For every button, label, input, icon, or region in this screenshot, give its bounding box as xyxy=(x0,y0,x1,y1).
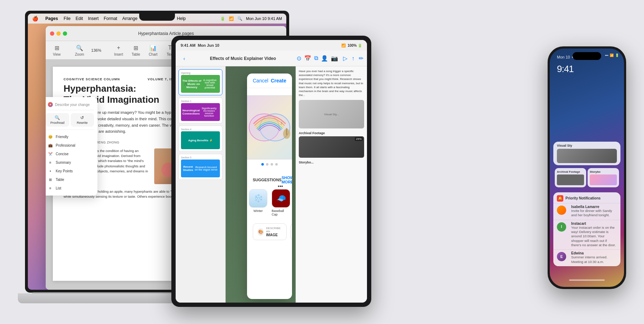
iphone-dynamic-island xyxy=(573,52,601,60)
archival-label: Archival Footage xyxy=(557,170,584,173)
keynote-icon-4[interactable]: 👤 xyxy=(321,55,328,62)
notif-instacart-sender: Instacart xyxy=(571,222,617,226)
wt-main-actions: 🔍 Proofread ↺ Rewrite xyxy=(46,113,94,130)
document-title: Hyperphantasia Article.pages xyxy=(138,31,194,36)
keynote-icon-3[interactable]: ⧉ xyxy=(314,55,318,62)
toolbar-insert[interactable]: + Insert xyxy=(111,44,126,56)
news-archival-widget[interactable]: Archival Footage xyxy=(555,168,586,187)
menu-help[interactable]: Help xyxy=(177,16,186,21)
slide-section-5: Section 5 xyxy=(181,156,220,159)
wt-item-keypoints[interactable]: • Key Points xyxy=(46,167,94,175)
slide-panel: Opening The Effects of 🎵Music on MemoryA… xyxy=(176,66,226,303)
scene: 🍎 Pages File Edit Insert Format Arrange … xyxy=(0,0,644,324)
menu-search-icon[interactable]: 🔍 xyxy=(237,16,242,21)
ipad-battery: 100% 🔋 xyxy=(348,44,362,47)
slide-thumb-section5[interactable]: Section 5 Recent StudiesResearch focused… xyxy=(178,154,222,180)
pages-app-menu[interactable]: Pages xyxy=(45,16,58,21)
iphone-body: Mon 10 ✦ Tiburon ▪▪▪ 📶 🔋 9:41 Visual Sty xyxy=(548,46,626,289)
notif-instacart[interactable]: I Instacart Your Instacart order is on t… xyxy=(553,220,620,250)
wt-proofread-label: Proofread xyxy=(47,121,68,125)
ipad-statusbar: 9:41 AM Mon Jun 10 📶 100% 🔋 xyxy=(176,40,367,51)
iphone: Mon 10 ✦ Tiburon ▪▪▪ 📶 🔋 9:41 Visual Sty xyxy=(548,46,626,289)
summary-icon: ≡ xyxy=(48,160,53,165)
suggestions-title: SUGGESTIONS xyxy=(253,178,282,182)
menu-edit[interactable]: Edit xyxy=(76,16,83,21)
slide-thumb-section4[interactable]: Section 4 Aging Benefits ⚡ xyxy=(178,126,222,152)
wt-professional-label: Professional xyxy=(56,143,75,147)
keynote-toolbar: ‹ Effects of Music Explainer Video ⊙ 📅 ⧉… xyxy=(176,51,367,66)
slide-content-section4: Aging Benefits ⚡ xyxy=(181,131,220,149)
toolbar-zoom[interactable]: 🔍 Zoom xyxy=(72,44,87,56)
keynote-title: Effects of Music Explainer Video xyxy=(191,56,295,61)
wt-proofread-button[interactable]: 🔍 Proofread xyxy=(46,113,69,127)
wt-rewrite-label: Rewrite xyxy=(72,121,93,125)
kn-right-text: Have you ever had a song trigger a speci… xyxy=(299,69,364,97)
iphone-lock-content: Visual Sty Archival Footage Storybo xyxy=(550,49,624,287)
suggestion-winter[interactable]: ❄️ Winter xyxy=(249,189,267,216)
menu-insert[interactable]: Insert xyxy=(88,16,99,21)
keynote-share-button[interactable]: ↑ xyxy=(352,55,354,62)
news-storyboard-widget[interactable]: Storybo xyxy=(588,168,619,187)
img-dialog-header: Cancel ••• Create xyxy=(247,74,292,88)
suggestion-baseball-cap[interactable]: 🧢 Baseball Cap xyxy=(272,189,290,216)
img-dot-2[interactable] xyxy=(266,163,268,166)
home-indicator[interactable] xyxy=(569,279,605,281)
maximize-button[interactable] xyxy=(63,31,67,36)
toolbar-chart[interactable]: 📊 Chart xyxy=(146,44,160,56)
archival-image xyxy=(557,174,584,185)
avatar-edwina: E xyxy=(557,252,566,261)
keynote-edit-button[interactable]: ✏ xyxy=(359,55,363,62)
keynote-main: Opening The Effects of 🎵Music on MemoryA… xyxy=(176,66,367,303)
toolbar-table[interactable]: ⊞ Table xyxy=(129,44,143,56)
wt-rewrite-button[interactable]: ↺ Rewrite xyxy=(71,113,94,127)
toolbar-view[interactable]: ⊞ View xyxy=(50,44,64,56)
wt-item-summary[interactable]: ≡ Summary xyxy=(46,158,94,166)
iphone-screen: Mon 10 ✦ Tiburon ▪▪▪ 📶 🔋 9:41 Visual Sty xyxy=(550,49,624,287)
wt-item-concise[interactable]: ✂️ Concise xyxy=(46,150,94,158)
storyboard-image xyxy=(590,174,617,185)
wt-item-table[interactable]: ⊞ Table xyxy=(46,176,94,183)
priority-notifications-label: Priority Notifications xyxy=(565,196,600,200)
wt-list: 😊 Friendly 💼 Professional ✂️ xyxy=(46,133,94,192)
keynote-icon-2[interactable]: 📅 xyxy=(304,55,311,62)
keynote-canvas: Cancel ••• Create xyxy=(226,66,296,303)
img-dot-4[interactable] xyxy=(275,163,278,166)
notif-isabella[interactable]: Isabella Lamarre Invite for dinner with … xyxy=(553,203,620,220)
suggestion-cap-thumb: 🧢 xyxy=(272,189,290,208)
close-button[interactable] xyxy=(50,31,54,36)
wt-item-friendly[interactable]: 😊 Friendly xyxy=(46,133,94,141)
wt-item-list[interactable]: ≡ List xyxy=(46,184,94,192)
table-icon: ⊞ xyxy=(132,44,140,52)
slide-thumb-opening[interactable]: Opening The Effects of 🎵Music on MemoryA… xyxy=(178,69,222,95)
apple-icon: 🍎 xyxy=(32,16,38,21)
slide-thumb-section1[interactable]: Section 1 Neurological ConnectionsSignif… xyxy=(178,97,222,123)
menu-file[interactable]: File xyxy=(64,16,70,21)
keypoints-icon: • xyxy=(48,168,53,173)
img-create-button[interactable]: Create xyxy=(271,78,286,83)
wt-concise-label: Concise xyxy=(56,152,69,156)
zoom-value[interactable]: 136% xyxy=(90,48,103,52)
img-suggestions-grid: 🏔️ Mountains 🏖️ Beach ❄️ Winter xyxy=(247,187,292,221)
keynote-play-button[interactable]: ▷ xyxy=(343,55,347,62)
more-options-icon[interactable]: ••• xyxy=(278,182,286,191)
keynote-back-button[interactable]: ‹ xyxy=(179,54,189,64)
img-dot-3[interactable] xyxy=(271,163,273,166)
menu-format[interactable]: Format xyxy=(104,16,117,21)
wt-header: ✦ Describe your change xyxy=(46,101,94,110)
wt-item-professional[interactable]: 💼 Professional xyxy=(46,141,94,149)
keynote-icon-5[interactable]: 📷 xyxy=(331,55,338,62)
img-cancel-button[interactable]: Cancel xyxy=(253,78,268,83)
img-option-person[interactable]: 👤 PERSON CHOOSE... xyxy=(290,223,292,240)
img-dot-1[interactable] xyxy=(261,163,264,166)
minimize-button[interactable] xyxy=(56,31,61,36)
notif-edwina[interactable]: E Edwina Summer interns arrived. Meeting… xyxy=(553,249,620,266)
kn-right-image: Visual Sty... xyxy=(299,100,364,128)
notif-isabella-text: Invite for dinner with Sandy and her boy… xyxy=(571,209,617,218)
img-option-describe[interactable]: 🎨 DESCRIBE AN IMAGE xyxy=(253,223,287,240)
kn-archival-image: 29% xyxy=(299,136,364,158)
menu-arrange[interactable]: Arrange xyxy=(122,16,137,21)
keynote-icon-1[interactable]: ⊙ xyxy=(297,55,301,62)
storyboard-label: Storybo xyxy=(590,170,617,173)
iphone-news-widget-1[interactable]: Visual Sty xyxy=(553,142,620,165)
suggestion-cap-label: Baseball Cap xyxy=(272,209,290,216)
